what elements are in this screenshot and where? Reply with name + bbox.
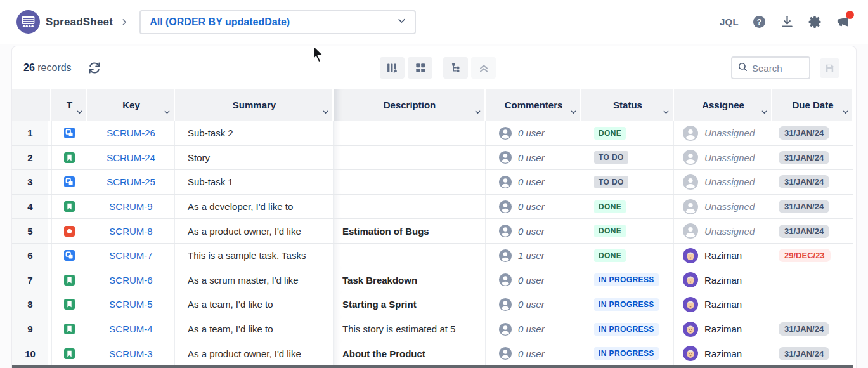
refresh-icon[interactable] — [87, 60, 102, 76]
save-filter-button[interactable] — [820, 58, 839, 78]
assignee-cell[interactable]: Unassigned — [674, 146, 772, 170]
download-icon[interactable] — [780, 15, 794, 29]
description-cell[interactable] — [334, 195, 486, 219]
chevron-down-icon[interactable] — [164, 107, 171, 117]
chevron-down-icon[interactable] — [570, 107, 577, 117]
search-input[interactable] — [752, 63, 805, 74]
commenters-cell[interactable]: 0 user — [486, 317, 581, 341]
assignee-cell[interactable]: Raziman — [674, 317, 772, 341]
chevron-down-icon[interactable] — [322, 107, 329, 117]
issue-type-cell[interactable] — [51, 219, 87, 243]
issue-key-cell[interactable]: SCRUM-6 — [87, 268, 175, 292]
issue-key-cell[interactable]: SCRUM-9 — [87, 195, 175, 219]
row-number-cell[interactable]: 10 — [12, 341, 51, 365]
issue-key-link[interactable]: SCRUM-9 — [109, 201, 152, 212]
header-description[interactable]: Description — [334, 89, 486, 121]
due-date-cell[interactable] — [772, 268, 853, 292]
description-cell[interactable] — [334, 170, 486, 194]
commenters-cell[interactable]: 0 user — [486, 195, 581, 219]
row-number-cell[interactable]: 8 — [12, 292, 51, 317]
assignee-cell[interactable]: Unassigned — [674, 219, 772, 243]
chevron-down-icon[interactable] — [474, 107, 481, 117]
tree-view-button[interactable] — [443, 57, 468, 79]
due-date-cell[interactable]: 31/JAN/24 — [772, 121, 853, 145]
commenters-cell[interactable]: 0 user — [486, 121, 581, 145]
status-cell[interactable]: IN PROGRESS — [581, 317, 674, 341]
commenters-cell[interactable]: 0 user — [486, 170, 581, 194]
assignee-cell[interactable]: Raziman — [674, 268, 772, 292]
summary-cell[interactable]: As a developer, I'd like to — [175, 195, 334, 219]
due-date-cell[interactable]: 29/DEC/23 — [772, 244, 853, 268]
issue-key-cell[interactable]: SCRUM-7 — [87, 244, 175, 268]
row-number-cell[interactable]: 6 — [12, 244, 51, 268]
commenters-cell[interactable]: 1 user — [486, 244, 581, 268]
issue-key-link[interactable]: SCRUM-26 — [107, 128, 155, 138]
commenters-cell[interactable]: 0 user — [486, 341, 581, 365]
issue-type-cell[interactable] — [51, 317, 87, 341]
issue-key-cell[interactable]: SCRUM-8 — [87, 219, 175, 243]
due-date-cell[interactable]: 31/JAN/24 — [772, 146, 853, 170]
commenters-cell[interactable]: 0 user — [486, 268, 581, 292]
issue-key-cell[interactable]: SCRUM-3 — [87, 341, 175, 365]
description-cell[interactable]: Starting a Sprint — [334, 292, 486, 317]
issue-key-cell[interactable]: SCRUM-25 — [87, 170, 175, 194]
filter-dropdown[interactable]: All (ORDER BY updatedDate) — [139, 10, 416, 34]
status-cell[interactable]: DONE — [581, 195, 674, 219]
due-date-cell[interactable]: 31/JAN/24 — [772, 341, 853, 365]
assignee-cell[interactable]: Unassigned — [674, 121, 772, 145]
status-cell[interactable]: TO DO — [581, 170, 674, 194]
help-icon[interactable]: ? — [752, 15, 767, 29]
summary-cell[interactable]: As a team, I'd like to — [175, 317, 334, 341]
description-cell[interactable]: Task Breakdown — [334, 268, 486, 292]
chevron-down-icon[interactable] — [761, 107, 768, 117]
row-number-cell[interactable]: 9 — [12, 317, 51, 341]
issue-type-cell[interactable] — [51, 341, 87, 365]
status-cell[interactable]: DONE — [581, 244, 674, 268]
issue-key-link[interactable]: SCRUM-3 — [109, 348, 152, 359]
issue-type-cell[interactable] — [51, 195, 87, 219]
issue-type-cell[interactable] — [51, 170, 87, 194]
header-status[interactable]: Status — [581, 89, 674, 121]
assignee-cell[interactable]: Raziman — [674, 341, 772, 365]
status-cell[interactable]: DONE — [581, 219, 674, 243]
issue-key-link[interactable]: SCRUM-7 — [109, 250, 152, 261]
row-number-cell[interactable]: 1 — [12, 121, 51, 145]
commenters-cell[interactable]: 0 user — [486, 146, 581, 170]
issue-key-link[interactable]: SCRUM-24 — [107, 152, 155, 163]
row-number-cell[interactable]: 3 — [12, 170, 51, 194]
status-cell[interactable]: TO DO — [581, 146, 674, 170]
due-date-cell[interactable]: 31/JAN/24 — [772, 195, 853, 219]
description-cell[interactable] — [334, 244, 486, 268]
description-cell[interactable]: Estimation of Bugs — [334, 219, 486, 243]
issue-key-link[interactable]: SCRUM-4 — [109, 324, 152, 334]
summary-cell[interactable]: As a team, I'd like to — [175, 292, 334, 317]
summary-cell[interactable]: As a product owner, I'd like — [175, 219, 334, 243]
issue-type-cell[interactable] — [51, 292, 87, 317]
assignee-cell[interactable]: Unassigned — [674, 195, 772, 219]
due-date-cell[interactable] — [772, 292, 853, 317]
column-settings-button[interactable] — [380, 57, 405, 79]
status-cell[interactable]: DONE — [581, 121, 674, 145]
search-box[interactable] — [731, 56, 810, 79]
jql-button[interactable]: JQL — [720, 16, 739, 27]
summary-cell[interactable]: As a scrum master, I'd like — [175, 268, 334, 292]
due-date-cell[interactable]: 31/JAN/24 — [772, 317, 853, 341]
row-number-cell[interactable]: 5 — [12, 219, 51, 243]
header-commenters[interactable]: Commenters — [486, 89, 581, 121]
settings-gear-icon[interactable] — [808, 15, 822, 29]
chevron-down-icon[interactable] — [842, 107, 849, 117]
issue-key-link[interactable]: SCRUM-8 — [109, 226, 152, 237]
header-key[interactable]: Key — [87, 89, 175, 121]
card-view-button[interactable] — [408, 57, 432, 79]
header-due-date[interactable]: Due Date — [772, 89, 853, 121]
row-number-cell[interactable]: 2 — [12, 146, 51, 170]
announcements-megaphone-icon[interactable] — [836, 15, 850, 29]
issue-key-link[interactable]: SCRUM-25 — [107, 176, 155, 187]
description-cell[interactable] — [334, 146, 486, 170]
issue-type-cell[interactable] — [51, 121, 87, 145]
commenters-cell[interactable]: 0 user — [486, 219, 581, 243]
issue-key-cell[interactable]: SCRUM-4 — [87, 317, 175, 341]
row-number-cell[interactable]: 4 — [12, 195, 51, 219]
chevron-down-icon[interactable] — [663, 107, 670, 117]
description-cell[interactable] — [334, 121, 486, 145]
